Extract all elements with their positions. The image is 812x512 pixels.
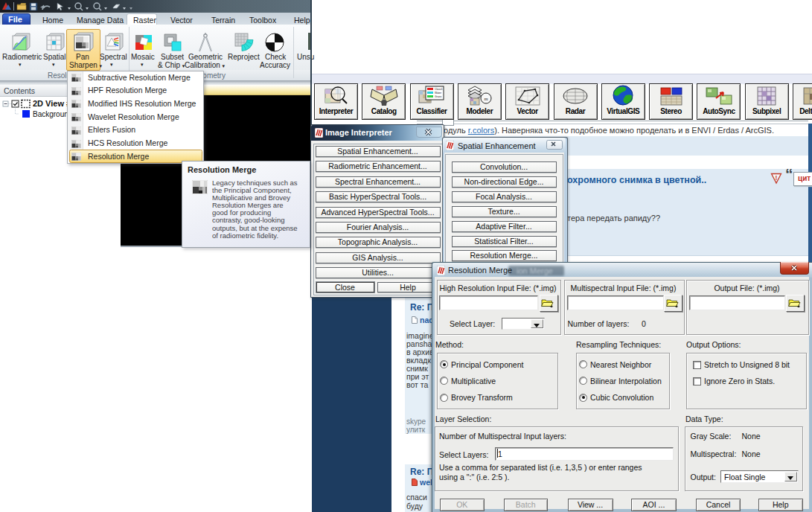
svg-text:Water: Water (435, 92, 442, 95)
svg-text:Class1: Class1 (435, 88, 443, 91)
svg-text:Grass: Grass (435, 95, 442, 98)
svg-text:!: ! (776, 174, 778, 182)
svg-text:m: m (485, 96, 488, 102)
